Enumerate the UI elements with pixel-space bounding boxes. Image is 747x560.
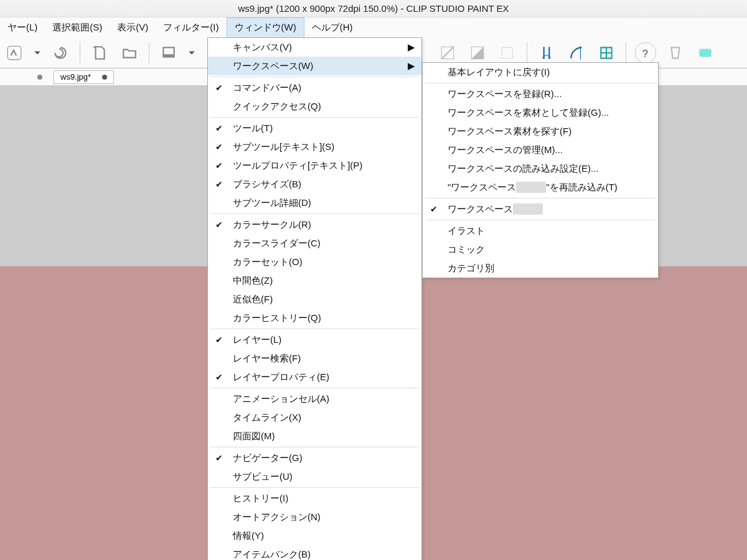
check-icon: ✔ (215, 123, 223, 133)
menu-item-itembank[interactable]: アイテムバンク(B) (208, 545, 421, 560)
menu-item-comic[interactable]: コミック (423, 240, 658, 259)
fill-layer-icon[interactable] (467, 42, 488, 63)
menu-item-tool[interactable]: ✔ツール(T) (208, 119, 421, 138)
menu-item-info[interactable]: 情報(Y) (208, 526, 421, 545)
menu-separator (210, 487, 419, 488)
menu-item-colorcircle[interactable]: ✔カラーサークル(R) (208, 215, 421, 234)
check-icon: ✔ (215, 142, 223, 152)
dropdown-icon[interactable] (34, 49, 41, 57)
menu-separator (425, 220, 655, 220)
select-all-icon[interactable] (497, 42, 518, 63)
snap-ruler-icon[interactable] (536, 42, 557, 63)
menu-item-colorset[interactable]: カラーセット(O) (208, 253, 421, 271)
separator (149, 42, 149, 63)
menu-item-layer[interactable]: ✔レイヤー(L) (208, 330, 421, 349)
menu-separator (210, 388, 419, 388)
menu-separator (210, 77, 419, 77)
menu-item-brushsize[interactable]: ✔ブラシサイズ(B) (208, 175, 421, 194)
menu-filter[interactable]: フィルター(I) (156, 17, 226, 37)
redacted-name (516, 182, 546, 193)
menu-bar: ヤー(L) 選択範囲(S) 表示(V) フィルター(I) ウィンドウ(W) ヘル… (0, 17, 747, 37)
menu-item-subtool[interactable]: ✔サブツール[テキスト](S) (208, 138, 421, 156)
tab-pin-icon (37, 75, 42, 80)
check-icon: ✔ (215, 179, 223, 189)
svg-line-4 (441, 47, 454, 59)
submenu-arrow-icon: ▶ (408, 60, 415, 72)
menu-item-load-settings[interactable]: ワークスペースの読み込み設定(E)... (423, 159, 658, 178)
check-icon: ✔ (215, 220, 223, 230)
menu-window[interactable]: ウィンドウ(W) (227, 17, 304, 37)
submenu-arrow-icon: ▶ (408, 42, 415, 53)
window-dropdown: キャンバス(V)▶ ワークスペース(W)▶ ✔コマンドバー(A) クイックアクセ… (207, 37, 422, 560)
menu-item-layerprop[interactable]: ✔レイヤープロパティ(E) (208, 368, 421, 386)
new-file-icon[interactable] (89, 42, 110, 63)
separator (626, 42, 626, 63)
menu-item-colorslider[interactable]: カラースライダー(C) (208, 234, 421, 253)
menu-layer[interactable]: ヤー(L) (0, 17, 45, 37)
menu-item-approx[interactable]: 近似色(F) (208, 290, 421, 309)
snap-perspective-icon[interactable] (566, 42, 587, 63)
check-icon: ✔ (215, 453, 223, 463)
menu-item-autoaction[interactable]: オートアクション(N) (208, 508, 421, 526)
menu-item-current-workspace[interactable]: ✔ワークスペース (423, 200, 658, 218)
menu-separator (210, 213, 419, 214)
menu-item-category[interactable]: カテゴリ別 (423, 259, 658, 278)
menu-item-subtooldetail[interactable]: サブツール詳細(D) (208, 194, 421, 212)
menu-item-fourview[interactable]: 四面図(M) (208, 427, 421, 446)
assets-icon[interactable] (665, 42, 686, 63)
menu-select[interactable]: 選択範囲(S) (45, 17, 110, 37)
menu-item-register-as-material[interactable]: ワークスペースを素材として登録(G)... (423, 103, 658, 122)
check-icon: ✔ (215, 161, 223, 170)
check-icon: ✔ (215, 83, 223, 93)
menu-item-history[interactable]: ヒストリー(I) (208, 489, 421, 508)
separator (80, 42, 80, 63)
svg-rect-8 (699, 49, 712, 57)
menu-separator (210, 117, 419, 118)
separator (527, 42, 527, 63)
menu-separator (425, 83, 655, 83)
menu-help[interactable]: ヘルプ(H) (304, 17, 360, 37)
clipstudio-icon[interactable] (4, 42, 25, 63)
document-tab[interactable]: ws9.jpg* (54, 70, 114, 84)
menu-item-manage-workspace[interactable]: ワークスペースの管理(M)... (423, 141, 658, 159)
menu-item-colorhistory[interactable]: カラーヒストリー(Q) (208, 309, 421, 327)
dropdown-icon[interactable] (188, 49, 195, 57)
redacted-name (513, 203, 543, 215)
menu-item-layersearch[interactable]: レイヤー検索(F) (208, 349, 421, 368)
window-title: ws9.jpg* (747 x 560px 72dpi 150.0%) - C… (238, 3, 509, 14)
menu-view[interactable]: 表示(V) (110, 17, 156, 37)
spiral-icon[interactable] (50, 42, 71, 63)
svg-rect-2 (163, 54, 174, 57)
menu-item-commandbar[interactable]: ✔コマンドバー(A) (208, 78, 421, 97)
check-icon: ✔ (215, 335, 223, 345)
menu-separator (210, 329, 419, 329)
screen-icon[interactable] (158, 42, 179, 63)
menu-item-toolprop[interactable]: ✔ツールプロパティ[テキスト](P) (208, 156, 421, 175)
menu-item-find-material[interactable]: ワークスペース素材を探す(F) (423, 122, 658, 141)
menu-item-quickaccess[interactable]: クイックアクセス(Q) (208, 97, 421, 116)
menu-item-subview[interactable]: サブビュー(U) (208, 467, 421, 486)
menu-item-navigator[interactable]: ✔ナビゲーター(G) (208, 449, 421, 467)
cloud-icon[interactable] (695, 42, 716, 63)
document-tab-label: ws9.jpg* (60, 72, 91, 82)
workspace-submenu: 基本レイアウトに戻す(I) ワークスペースを登録(R)... ワークスペースを素… (422, 62, 659, 278)
menu-item-timeline[interactable]: タイムライン(X) (208, 408, 421, 427)
check-icon: ✔ (215, 372, 223, 382)
help-icon[interactable]: ? (635, 42, 656, 63)
menu-item-reload-workspace[interactable]: "ワークスペース"を再読み込み(T) (423, 178, 658, 197)
open-folder-icon[interactable] (119, 42, 140, 63)
menu-item-reset-layout[interactable]: 基本レイアウトに戻す(I) (423, 63, 658, 82)
menu-separator (425, 198, 655, 198)
menu-item-register-workspace[interactable]: ワークスペースを登録(R)... (423, 85, 658, 103)
menu-item-workspace[interactable]: ワークスペース(W)▶ (208, 57, 421, 75)
clear-layer-icon[interactable] (437, 42, 458, 63)
snap-grid-icon[interactable] (596, 42, 617, 63)
menu-separator (210, 447, 419, 447)
check-icon: ✔ (430, 204, 438, 214)
menu-item-intermediate[interactable]: 中間色(Z) (208, 271, 421, 290)
menu-item-canvas[interactable]: キャンバス(V)▶ (208, 38, 421, 57)
unsaved-dot-icon (102, 75, 107, 80)
menu-item-animcell[interactable]: アニメーションセル(A) (208, 390, 421, 408)
title-bar: ws9.jpg* (747 x 560px 72dpi 150.0%) - C… (0, 0, 747, 17)
menu-item-illust[interactable]: イラスト (423, 222, 658, 240)
